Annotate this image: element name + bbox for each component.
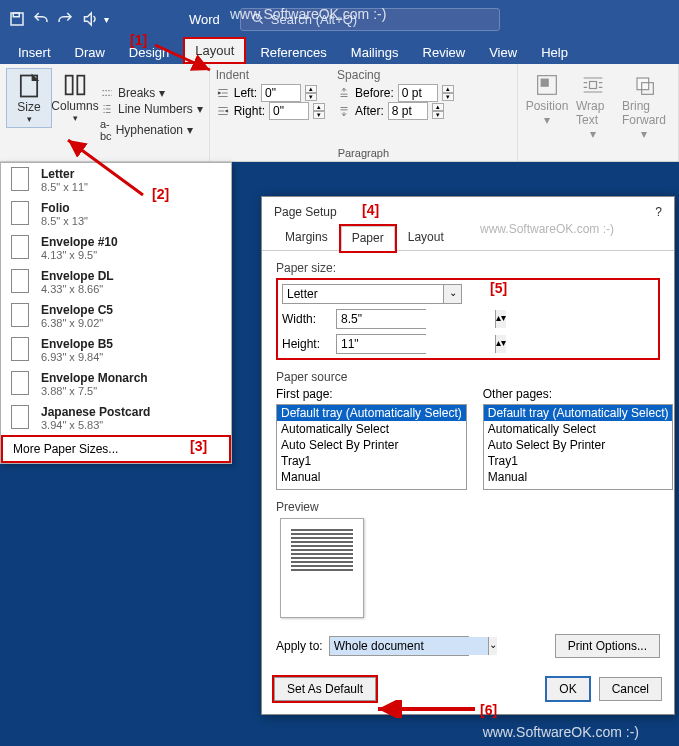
watermark: www.SoftwareOK.com :-) (230, 6, 386, 22)
ribbon: Size ▾ Columns ▾ Breaks ▾ Line Numbers ▾… (0, 64, 679, 162)
cancel-button[interactable]: Cancel (599, 677, 662, 701)
tab-help[interactable]: Help (531, 41, 578, 64)
position-button[interactable]: Position▾ (524, 68, 570, 159)
apply-to-value[interactable] (330, 637, 488, 655)
dlg-tab-margins[interactable]: Margins (274, 225, 339, 250)
tray-option[interactable]: Default tray (Automatically Select) (484, 405, 673, 421)
height-input[interactable] (337, 335, 495, 353)
tab-draw[interactable]: Draw (65, 41, 115, 64)
chevron-down-icon[interactable]: ⌄ (443, 285, 461, 303)
other-pages-listbox[interactable]: Default tray (Automatically Select)Autom… (483, 404, 674, 490)
print-options-button[interactable]: Print Options... (555, 634, 660, 658)
arrange-group: Position▾ Wrap Text▾ Bring Forward▾ (518, 64, 679, 161)
chevron-down-icon: ▾ (73, 113, 78, 123)
preview-label: Preview (276, 500, 660, 514)
tray-option[interactable]: Manual (484, 469, 673, 485)
spinner[interactable]: ▴▾ (442, 85, 454, 101)
first-page-listbox[interactable]: Default tray (Automatically Select)Autom… (276, 404, 467, 490)
indent-right-input[interactable] (269, 102, 309, 120)
tray-option[interactable]: Automatically Select (484, 421, 673, 437)
wrap-text-button[interactable]: Wrap Text▾ (570, 68, 616, 159)
indent-left-input[interactable] (261, 84, 301, 102)
undo-icon[interactable] (32, 10, 50, 28)
page-setup-group: Size ▾ Columns ▾ Breaks ▾ Line Numbers ▾… (0, 64, 210, 161)
tray-option[interactable]: Default tray (Automatically Select) (277, 405, 466, 421)
set-as-default-button[interactable]: Set As Default (274, 677, 376, 701)
dialog-title: Page Setup (274, 205, 337, 219)
size-label: Size (17, 100, 40, 114)
spinner-icon[interactable]: ▴▾ (495, 335, 506, 353)
spinner[interactable]: ▴▾ (313, 103, 325, 119)
dlg-tab-paper[interactable]: Paper (341, 226, 395, 251)
bring-forward-button[interactable]: Bring Forward▾ (616, 68, 672, 159)
space-before-input[interactable] (398, 84, 438, 102)
save-icon[interactable] (8, 10, 26, 28)
size-option[interactable]: Envelope #104.13" x 9.5" (1, 231, 231, 265)
bring-forward-icon (630, 71, 658, 99)
width-input[interactable] (337, 310, 495, 328)
qat-more-icon[interactable]: ▾ (104, 14, 109, 25)
page-setup-dialog: Page Setup ? Margins Paper Layout Paper … (261, 196, 675, 715)
height-spinner[interactable]: ▴▾ (336, 334, 426, 354)
tab-mailings[interactable]: Mailings (341, 41, 409, 64)
paper-size-combo[interactable]: ⌄ (282, 284, 462, 304)
dialog-help[interactable]: ? (655, 205, 662, 219)
space-after[interactable]: After: ▴▾ (337, 102, 454, 120)
size-option[interactable]: Envelope DL4.33" x 8.66" (1, 265, 231, 299)
apply-to-combo[interactable]: ⌄ (329, 636, 469, 656)
size-option[interactable]: Folio8.5" x 13" (1, 197, 231, 231)
read-aloud-icon[interactable] (80, 10, 98, 28)
columns-button[interactable]: Columns ▾ (52, 68, 98, 128)
tab-references[interactable]: References (250, 41, 336, 64)
chevron-down-icon: ▾ (27, 114, 32, 124)
tab-design[interactable]: Design (119, 41, 179, 64)
paper-size-value[interactable] (283, 285, 443, 303)
spinner[interactable]: ▴▾ (305, 85, 317, 101)
more-paper-sizes[interactable]: More Paper Sizes... (1, 435, 231, 463)
quick-access-toolbar: ▾ (8, 10, 109, 28)
size-option[interactable]: Envelope Monarch3.88" x 7.5" (1, 367, 231, 401)
size-option[interactable]: Letter8.5" x 11" (1, 163, 231, 197)
tray-option[interactable]: Automatically Select (277, 421, 466, 437)
breaks-button[interactable]: Breaks ▾ (100, 85, 203, 101)
size-option[interactable]: Envelope B56.93" x 9.84" (1, 333, 231, 367)
width-spinner[interactable]: ▴▾ (336, 309, 426, 329)
tray-option[interactable]: Tray1 (484, 453, 673, 469)
tray-option[interactable]: Auto Select By Printer (484, 437, 673, 453)
indent-left[interactable]: Left: ▴▾ (216, 84, 325, 102)
tray-option[interactable]: Manual (277, 469, 466, 485)
svg-rect-1 (13, 13, 19, 17)
tab-layout[interactable]: Layout (183, 37, 246, 64)
svg-rect-5 (77, 76, 84, 95)
size-option[interactable]: Envelope C56.38" x 9.02" (1, 299, 231, 333)
redo-icon[interactable] (56, 10, 74, 28)
tab-insert[interactable]: Insert (8, 41, 61, 64)
wrap-text-icon (579, 71, 607, 99)
size-option[interactable]: Japanese Postcard3.94" x 5.83" (1, 401, 231, 435)
tab-view[interactable]: View (479, 41, 527, 64)
paper-size-label: Paper size: (276, 261, 660, 275)
size-button[interactable]: Size ▾ (6, 68, 52, 128)
width-label: Width: (282, 312, 330, 326)
spinner[interactable]: ▴▾ (432, 103, 444, 119)
tray-option[interactable]: Tray1 (277, 453, 466, 469)
space-after-icon (337, 104, 351, 118)
breaks-icon (100, 86, 114, 100)
size-list[interactable]: Letter8.5" x 11"Folio8.5" x 13"Envelope … (1, 163, 231, 435)
preview-thumbnail (280, 518, 364, 618)
line-numbers-button[interactable]: Line Numbers ▾ (100, 101, 203, 117)
spinner-icon[interactable]: ▴▾ (495, 310, 506, 328)
indent-right[interactable]: Right: ▴▾ (216, 102, 325, 120)
paragraph-label: Paragraph (216, 145, 511, 159)
indent-heading: Indent (216, 68, 325, 82)
tab-review[interactable]: Review (413, 41, 476, 64)
space-after-input[interactable] (388, 102, 428, 120)
hyphenation-button[interactable]: a-bcHyphenation ▾ (100, 117, 203, 143)
dlg-tab-layout[interactable]: Layout (397, 225, 455, 250)
space-before[interactable]: Before: ▴▾ (337, 84, 454, 102)
tray-option[interactable]: Auto Select By Printer (277, 437, 466, 453)
svg-rect-9 (637, 78, 649, 90)
chevron-down-icon[interactable]: ⌄ (488, 637, 497, 655)
svg-rect-8 (590, 82, 597, 89)
ok-button[interactable]: OK (545, 676, 590, 702)
